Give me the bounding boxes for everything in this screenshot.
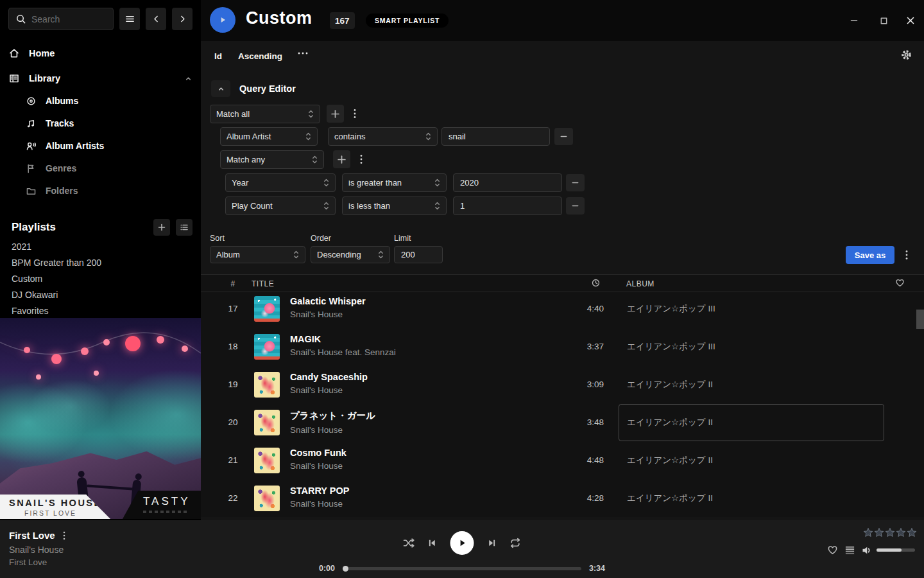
group-add-rule-button[interactable] xyxy=(333,150,350,168)
order-select[interactable]: Descending xyxy=(311,246,390,263)
group-match-select[interactable]: Match any xyxy=(220,150,324,169)
playlist-view-button[interactable] xyxy=(176,219,193,236)
now-playing-title[interactable]: First Love xyxy=(9,530,55,541)
search-input[interactable]: Search xyxy=(8,8,114,30)
sidebar-item-home[interactable]: Home xyxy=(8,44,193,62)
track-table: # TITLE ALBUM 17 Galactic WhisperSnail's… xyxy=(201,274,924,517)
sidebar-item-genres[interactable]: Genres xyxy=(26,159,193,177)
column-header-favorite[interactable] xyxy=(895,278,905,288)
column-header-number[interactable]: # xyxy=(227,279,239,288)
limit-label: Limit xyxy=(394,234,411,243)
add-playlist-button[interactable] xyxy=(153,219,170,236)
sort-field-button[interactable]: Id xyxy=(214,51,222,61)
rule1-operator-select[interactable]: contains xyxy=(328,127,438,146)
track-album-cell-focused[interactable]: エイリアン☆ポップ II xyxy=(619,404,884,441)
seek-bar[interactable] xyxy=(343,567,581,570)
rule2-operator-select[interactable]: is greater than xyxy=(342,173,447,192)
window-close-button[interactable] xyxy=(904,14,917,27)
settings-button[interactable] xyxy=(900,49,912,61)
query-editor-collapse-button[interactable] xyxy=(211,80,230,97)
rule2-field-value: Year xyxy=(232,178,323,188)
queue-button[interactable] xyxy=(844,545,855,556)
star-icon[interactable] xyxy=(907,527,917,538)
nav-forward-button[interactable] xyxy=(172,8,193,30)
add-rule-button[interactable] xyxy=(327,105,344,123)
rule3-remove-button[interactable] xyxy=(566,197,585,215)
playlist-item[interactable]: Custom xyxy=(12,274,193,290)
nav-label: Folders xyxy=(46,186,78,196)
column-header-title[interactable]: TITLE xyxy=(252,279,274,288)
rule1-remove-button[interactable] xyxy=(554,128,573,145)
sidebar-menu-button[interactable] xyxy=(119,8,140,30)
star-icon[interactable] xyxy=(874,527,884,538)
close-icon xyxy=(906,16,915,25)
star-icon[interactable] xyxy=(896,527,906,538)
playlist-item[interactable]: BPM Greater than 200 xyxy=(12,258,193,274)
nav-back-button[interactable] xyxy=(146,8,166,30)
rule-group-menu-button[interactable] xyxy=(348,105,361,123)
column-header-album[interactable]: ALBUM xyxy=(626,279,654,288)
sidebar-item-folders[interactable]: Folders xyxy=(26,182,193,200)
limit-input[interactable]: 200 xyxy=(394,246,443,263)
table-row[interactable]: 18 MAGIKSnail's House feat. Sennzai 3:37… xyxy=(201,328,924,366)
table-row[interactable]: 19 Candy SpaceshipSnail's House 3:09 エイリ… xyxy=(201,366,924,404)
star-icon[interactable] xyxy=(863,527,873,538)
column-header-duration[interactable] xyxy=(591,278,601,288)
sort-select[interactable]: Album xyxy=(210,246,305,263)
window-maximize-button[interactable] xyxy=(877,14,890,27)
shuffle-button[interactable] xyxy=(403,537,415,549)
next-button[interactable] xyxy=(486,538,497,548)
root-match-select[interactable]: Match all xyxy=(210,105,320,123)
now-playing-artist[interactable]: Snail's House xyxy=(9,545,64,555)
rule2-value-input[interactable]: 2020 xyxy=(453,173,562,192)
minus-icon xyxy=(560,132,568,141)
more-options-button[interactable] xyxy=(297,51,309,55)
now-playing-menu-button[interactable] xyxy=(63,531,65,540)
track-album-cell[interactable]: エイリアン☆ポップ III xyxy=(619,328,884,365)
sidebar-item-albums[interactable]: Albums xyxy=(26,92,193,110)
save-as-button[interactable]: Save as xyxy=(846,246,894,264)
play-pause-button[interactable] xyxy=(450,531,474,555)
rule1-field-select[interactable]: Album Artist xyxy=(220,127,318,146)
save-menu-button[interactable] xyxy=(901,246,912,264)
sidebar-item-library[interactable]: Library xyxy=(8,69,193,87)
playlists-header: Playlists xyxy=(0,219,201,236)
table-row[interactable]: 17 Galactic WhisperSnail's House 4:40 エイ… xyxy=(201,290,924,328)
now-playing-album[interactable]: First Love xyxy=(9,557,47,567)
favorite-button[interactable] xyxy=(827,545,838,556)
scrollbar-thumb[interactable] xyxy=(916,310,924,329)
rule3-field-select[interactable]: Play Count xyxy=(225,197,336,215)
group-menu-button[interactable] xyxy=(355,150,368,168)
track-artist: Snail's House feat. Sennzai xyxy=(290,347,515,357)
seek-handle[interactable] xyxy=(343,566,348,572)
volume-slider[interactable] xyxy=(877,548,915,552)
track-album-cell[interactable]: エイリアン☆ポップ III xyxy=(619,290,884,328)
chevron-right-icon xyxy=(178,14,187,24)
track-album-cell[interactable]: エイリアン☆ポップ II xyxy=(619,366,884,403)
previous-button[interactable] xyxy=(427,538,438,548)
rule1-value-input[interactable]: snail xyxy=(441,127,550,146)
table-row[interactable]: 21 Cosmo FunkSnail's House 4:48 エイリアン☆ポッ… xyxy=(201,442,924,480)
table-row[interactable]: 22 STARRY POPSnail's House 4:28 エイリアン☆ポッ… xyxy=(201,480,924,518)
repeat-button[interactable] xyxy=(509,537,522,549)
nav-label: Genres xyxy=(46,163,76,173)
player-bar: First Love Snail's House First Love xyxy=(0,520,924,578)
track-album-cell[interactable]: エイリアン☆ポップ II xyxy=(619,442,884,479)
track-album-cell[interactable]: エイリアン☆ポップ II xyxy=(619,480,884,517)
sidebar-item-album-artists[interactable]: Album Artists xyxy=(26,137,193,155)
sidebar-item-tracks[interactable]: Tracks xyxy=(26,114,193,132)
rule3-operator-select[interactable]: is less than xyxy=(342,197,447,215)
window-minimize-button[interactable] xyxy=(848,14,860,27)
rule2-remove-button[interactable] xyxy=(566,174,585,191)
mute-button[interactable] xyxy=(861,545,873,556)
rule3-value-input[interactable]: 1 xyxy=(453,197,562,215)
play-playlist-button[interactable] xyxy=(210,7,235,33)
sort-direction-button[interactable]: Ascending xyxy=(238,51,282,61)
library-sub-items: Albums Tracks Album Artists Genres Folde… xyxy=(26,92,193,200)
star-icon[interactable] xyxy=(885,527,895,538)
rule2-field-select[interactable]: Year xyxy=(225,173,336,192)
now-playing-artwork[interactable]: SNAIL'S HOUSE FIRST LOVE TASTY xyxy=(0,318,201,519)
playlist-item[interactable]: 2021 xyxy=(12,241,193,258)
table-row[interactable]: 20 プラネット・ガールSnail's House 3:48 エイリアン☆ポップ… xyxy=(201,404,924,442)
playlist-item[interactable]: DJ Okawari xyxy=(12,290,193,306)
